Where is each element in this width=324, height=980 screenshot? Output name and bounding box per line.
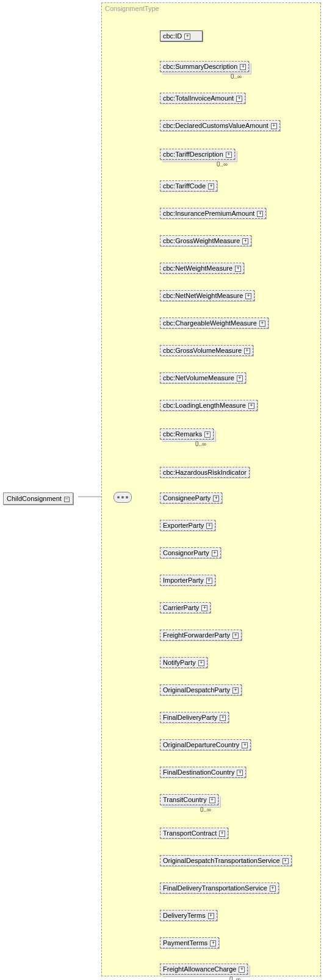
cardinality-label: 0..∞: [217, 161, 228, 168]
schema-node[interactable]: ConsigneeParty+: [160, 492, 222, 503]
node-label: PaymentTerms: [163, 939, 207, 946]
expand-icon[interactable]: +: [235, 266, 241, 272]
node-label: OriginalDepartureCountry: [163, 741, 239, 748]
node-label: DeliveryTerms: [163, 912, 206, 919]
node-label: cbc:Remarks: [163, 430, 202, 438]
node-label: cbc:ChargeableWeightMeasure: [163, 319, 257, 327]
expand-icon[interactable]: +: [239, 967, 245, 973]
expand-icon[interactable]: +: [242, 238, 248, 244]
schema-node[interactable]: FinalDeliveryTransportationService+: [160, 882, 279, 893]
schema-node[interactable]: cbc:Remarks+: [160, 428, 214, 439]
schema-node[interactable]: NotifyParty+: [160, 657, 207, 668]
node-label: OriginalDespatchParty: [163, 686, 230, 694]
node-label: cbc:ID: [163, 32, 182, 40]
expand-icon[interactable]: +: [245, 293, 251, 299]
node-label: ConsignorParty: [163, 549, 209, 556]
schema-node[interactable]: cbc:TariffDescription+: [160, 149, 235, 160]
expand-icon[interactable]: +: [204, 431, 211, 438]
schema-node[interactable]: cbc:TotalInvoiceAmount+: [160, 93, 245, 104]
expand-icon[interactable]: +: [206, 578, 212, 584]
schema-node[interactable]: PaymentTerms+: [160, 937, 219, 948]
schema-node[interactable]: ImporterParty+: [160, 575, 215, 586]
schema-node[interactable]: cbc:LoadingLengthMeasure+: [160, 400, 257, 411]
expand-icon[interactable]: +: [220, 715, 226, 721]
node-label: cbc:NetWeightMeasure: [163, 265, 232, 272]
expand-icon[interactable]: +: [270, 886, 276, 892]
schema-node[interactable]: cbc:TariffCode+: [160, 180, 217, 191]
schema-node[interactable]: cbc:ID+: [160, 30, 203, 41]
schema-node[interactable]: cbc:NetVolumeMeasure+: [160, 372, 246, 383]
node-label: cbc:SummaryDescription: [163, 63, 237, 70]
schema-node[interactable]: cbc:DeclaredCustomsValueAmount+: [160, 120, 280, 131]
type-label: ConsignmentType: [105, 5, 159, 12]
expand-icon[interactable]: +: [232, 687, 239, 694]
schema-node[interactable]: DeliveryTerms+: [160, 910, 217, 921]
schema-node[interactable]: CarrierParty+: [160, 602, 211, 613]
expand-icon[interactable]: +: [208, 183, 214, 190]
node-label: TransportContract: [163, 829, 217, 837]
schema-node[interactable]: TransitCountry+: [160, 794, 218, 805]
node-label: CarrierParty: [163, 604, 199, 611]
schema-node[interactable]: FreightForwarderParty+: [160, 630, 242, 641]
node-label: cbc:TariffCode: [163, 182, 206, 190]
expand-icon[interactable]: +: [219, 831, 225, 837]
schema-node[interactable]: cbc:HazardousRiskIndicator: [160, 467, 250, 478]
schema-node[interactable]: cbc:GrossVolumeMeasure+: [160, 345, 253, 356]
schema-node[interactable]: cbc:ChargeableWeightMeasure+: [160, 318, 268, 328]
node-label: FinalDestinationCountry: [163, 769, 234, 776]
expand-icon[interactable]: +: [201, 605, 207, 611]
expand-icon[interactable]: +: [198, 660, 204, 666]
expand-icon[interactable]: +: [236, 96, 242, 102]
schema-node[interactable]: FinalDeliveryParty+: [160, 712, 229, 723]
node-label: ConsigneeParty: [163, 494, 211, 502]
node-label: FinalDeliveryParty: [163, 714, 217, 721]
expand-icon[interactable]: +: [226, 152, 232, 158]
schema-node[interactable]: cbc:GrossWeightMeasure+: [160, 235, 251, 246]
expand-icon[interactable]: +: [213, 495, 219, 502]
node-label: NotifyParty: [163, 659, 196, 666]
expand-icon[interactable]: +: [206, 523, 212, 529]
expand-icon[interactable]: +: [257, 211, 263, 217]
node-label: OriginalDespatchTransportationService: [163, 857, 280, 864]
expand-icon[interactable]: +: [210, 940, 216, 946]
node-label: cbc:TariffDescription: [163, 151, 223, 158]
node-label: FinalDeliveryTransportationService: [163, 884, 267, 892]
expand-icon[interactable]: +: [184, 34, 190, 40]
expand-icon[interactable]: +: [244, 348, 250, 354]
schema-node[interactable]: FreightAllowanceCharge+: [160, 964, 248, 975]
schema-node[interactable]: ExporterParty+: [160, 520, 215, 531]
expand-icon[interactable]: +: [209, 797, 215, 803]
node-label: cbc:NetVolumeMeasure: [163, 374, 234, 382]
expand-icon[interactable]: +: [283, 858, 289, 864]
node-label: ExporterParty: [163, 522, 204, 529]
expand-icon[interactable]: +: [271, 123, 277, 129]
schema-node[interactable]: OriginalDespatchTransportationService+: [160, 855, 292, 866]
node-label: cbc:GrossWeightMeasure: [163, 237, 240, 244]
schema-node[interactable]: cbc:NetNetWeightMeasure+: [160, 290, 254, 301]
expand-icon[interactable]: +: [208, 913, 214, 919]
expand-icon[interactable]: +: [237, 375, 243, 382]
schema-node[interactable]: cbc:NetWeightMeasure+: [160, 263, 244, 274]
expand-icon[interactable]: +: [237, 770, 243, 776]
expand-icon[interactable]: +: [240, 64, 246, 70]
schema-node[interactable]: TransportContract+: [160, 828, 228, 839]
expand-icon[interactable]: +: [248, 403, 254, 409]
node-label: cbc:DeclaredCustomsValueAmount: [163, 122, 268, 129]
node-label: cbc:NetNetWeightMeasure: [163, 292, 243, 299]
expand-icon[interactable]: +: [232, 633, 239, 639]
expand-icon[interactable]: +: [212, 550, 218, 556]
schema-node[interactable]: OriginalDepartureCountry+: [160, 739, 251, 750]
node-label: cbc:TotalInvoiceAmount: [163, 94, 234, 102]
root-element[interactable]: ChildConsignment−: [3, 492, 73, 505]
schema-node[interactable]: FinalDestinationCountry+: [160, 767, 246, 778]
schema-node[interactable]: cbc:SummaryDescription+: [160, 61, 249, 72]
schema-node[interactable]: ConsignorParty+: [160, 547, 221, 558]
schema-node[interactable]: OriginalDespatchParty+: [160, 684, 242, 695]
node-label: cbc:LoadingLengthMeasure: [163, 402, 246, 409]
cardinality-label: 0..∞: [229, 976, 240, 980]
expand-icon[interactable]: −: [64, 497, 70, 502]
sequence-compositor-icon[interactable]: [113, 492, 132, 503]
expand-icon[interactable]: +: [242, 742, 248, 748]
expand-icon[interactable]: +: [259, 321, 265, 327]
schema-node[interactable]: cbc:InsurancePremiumAmount+: [160, 208, 266, 219]
